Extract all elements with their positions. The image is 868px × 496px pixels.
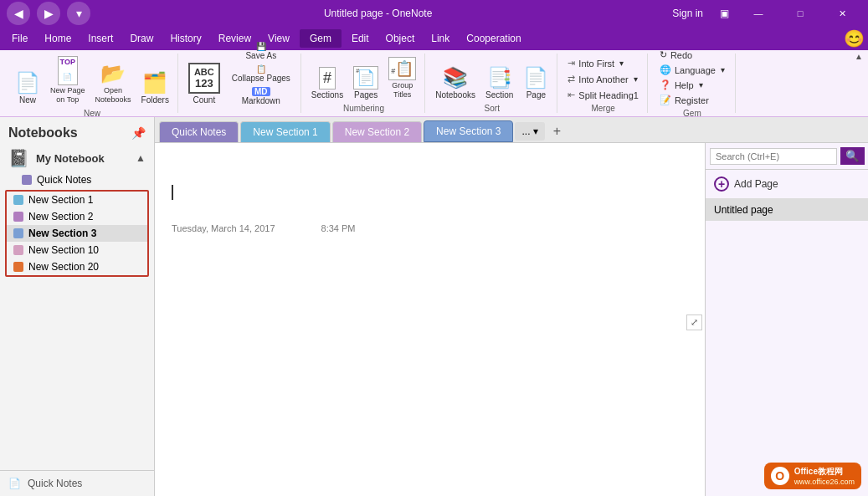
- back-button[interactable]: ◀: [7, 2, 30, 25]
- register-item[interactable]: 📝 Register: [655, 93, 730, 107]
- language-dropdown[interactable]: ▾: [721, 65, 725, 74]
- folders-icon: 🗂️: [142, 71, 167, 95]
- section-10-item[interactable]: New Section 10: [7, 242, 147, 258]
- tab-section-3[interactable]: New Section 3: [424, 120, 513, 142]
- layout-button[interactable]: ▣: [713, 4, 736, 23]
- page-sort-icon: 📄: [523, 66, 548, 89]
- group-titles-icon: #📋: [388, 57, 416, 80]
- menu-edit[interactable]: Edit: [343, 29, 378, 48]
- page-list-item[interactable]: Untitled page: [706, 199, 868, 221]
- into-first-dropdown[interactable]: ▾: [619, 59, 624, 68]
- notebook-icon: 📓: [8, 148, 29, 168]
- quick-notes-label: Quick Notes: [37, 174, 91, 186]
- add-circle-icon: +: [714, 176, 729, 192]
- menu-history[interactable]: History: [162, 29, 209, 48]
- into-another-item[interactable]: ⇄ Into Another ▾: [564, 72, 642, 86]
- menu-home[interactable]: Home: [36, 29, 80, 48]
- main-area: Notebooks 📌 📓 My Notebook ▲ Quick Notes …: [0, 117, 868, 496]
- office-name: Office教程网: [794, 466, 855, 478]
- new-button[interactable]: 📄 New: [12, 69, 44, 107]
- sidebar-header: Notebooks 📌: [0, 117, 154, 145]
- notebook-name: My Notebook: [36, 152, 105, 165]
- into-first-item[interactable]: ⇥ Into First ▾: [564, 56, 642, 70]
- tab-section-1[interactable]: New Section 1: [240, 121, 330, 142]
- markdown-button[interactable]: MD Markdown: [227, 85, 295, 107]
- maximize-button[interactable]: □: [781, 0, 819, 27]
- quick-notes-section[interactable]: Quick Notes: [0, 171, 154, 188]
- pages-button[interactable]: #📄 Pages: [350, 64, 382, 102]
- section-1-color: [13, 195, 23, 205]
- redo-item[interactable]: ↻ Redo: [655, 48, 730, 62]
- date-text: Tuesday, March 14, 2017: [172, 223, 275, 233]
- menu-insert[interactable]: Insert: [80, 29, 121, 48]
- my-notebook-item[interactable]: 📓 My Notebook ▲: [0, 145, 154, 171]
- arrow-another-icon: ⇄: [568, 74, 575, 84]
- menu-gem[interactable]: Gem: [300, 29, 342, 48]
- merge-items: ⇥ Into First ▾ ⇄ Into Another ▾ ⇤ Split …: [564, 56, 642, 102]
- signin-button[interactable]: Sign in: [665, 4, 710, 23]
- search-button[interactable]: 🔍: [840, 147, 865, 165]
- minimize-button[interactable]: —: [739, 0, 778, 27]
- section-2-label: New Section 2: [28, 211, 93, 222]
- menubar: File Home Insert Draw History Review Vie…: [0, 27, 868, 50]
- section-1-item[interactable]: New Section 1: [7, 192, 147, 208]
- search-input[interactable]: [710, 148, 837, 165]
- into-another-dropdown[interactable]: ▾: [634, 74, 638, 84]
- section-20-item[interactable]: New Section 20: [7, 258, 147, 275]
- help-icon: ❓: [660, 79, 671, 90]
- saveas-button[interactable]: 💾 Save As: [227, 40, 295, 62]
- page-content[interactable]: Tuesday, March 14, 2017 8:34 PM: [155, 143, 705, 496]
- notebooks-sort-button[interactable]: 📚 Notebooks: [432, 64, 479, 102]
- ribbon-new-items: 📄 New TOP 📄 New Pageon Top 📂 OpenNoteboo…: [12, 54, 172, 107]
- tab-add-button[interactable]: +: [547, 120, 568, 142]
- smiley-icon: 😊: [844, 28, 865, 49]
- pin-icon[interactable]: 📌: [131, 126, 146, 140]
- help-dropdown[interactable]: ▾: [699, 80, 703, 89]
- open-notebooks-button[interactable]: 📂 OpenNotebooks: [92, 59, 135, 107]
- section-20-label: New Section 20: [28, 261, 99, 273]
- page-sort-button[interactable]: 📄 Page: [520, 64, 552, 102]
- sections-button[interactable]: # Sections: [308, 64, 347, 102]
- collapse-button[interactable]: 📋 Collapse Pages: [227, 63, 295, 84]
- quick-notes-color: [22, 175, 32, 185]
- markdown-icon: MD: [252, 87, 270, 96]
- pages-icon: #📄: [353, 66, 378, 89]
- split-heading-item[interactable]: ⇤ Split Heading1: [564, 88, 642, 102]
- folders-button[interactable]: 🗂️ Folders: [138, 69, 172, 107]
- notebook-collapse-icon[interactable]: ▲: [136, 152, 146, 164]
- sidebar: Notebooks 📌 📓 My Notebook ▲ Quick Notes …: [0, 117, 155, 496]
- section-10-color: [13, 245, 23, 255]
- abc-icon: ABC123: [188, 63, 220, 94]
- menu-draw[interactable]: Draw: [121, 29, 162, 48]
- menu-cooperation[interactable]: Cooperation: [458, 29, 529, 48]
- gem-items: ↻ Redo 🌐 Language ▾ ❓ Help ▾ 📝 Register: [655, 48, 730, 107]
- count-button[interactable]: ABC123 Count: [185, 60, 223, 107]
- menu-file[interactable]: File: [3, 29, 36, 48]
- forward-button[interactable]: ▶: [37, 2, 60, 25]
- language-icon: 🌐: [660, 64, 671, 75]
- section-sort-button[interactable]: 📑 Section: [482, 64, 516, 102]
- dropdown-button[interactable]: ▾: [67, 2, 90, 25]
- menu-link[interactable]: Link: [423, 29, 458, 48]
- tab-quick-notes[interactable]: Quick Notes: [159, 121, 239, 142]
- office-text: Office教程网 www.office26.com: [794, 466, 855, 486]
- redo-icon: ↻: [660, 49, 667, 60]
- ribbon-collapse-button[interactable]: ▲: [850, 50, 868, 63]
- group-titles-button[interactable]: #📋 GroupTitles: [385, 54, 419, 102]
- ribbon-group-abc: ABC123 Count 💾 Save As 📋 Collapse Pages …: [180, 54, 301, 113]
- text-cursor: [172, 185, 173, 200]
- menu-object[interactable]: Object: [378, 29, 424, 48]
- section-2-item[interactable]: New Section 2: [7, 208, 147, 225]
- help-item[interactable]: ❓ Help ▾: [655, 78, 730, 92]
- ribbon-new-label: New: [84, 109, 100, 118]
- language-item[interactable]: 🌐 Language ▾: [655, 63, 730, 77]
- expand-button[interactable]: ⤢: [686, 314, 702, 330]
- ribbon: 📄 New TOP 📄 New Pageon Top 📂 OpenNoteboo…: [0, 50, 868, 117]
- new-page-top-button[interactable]: TOP 📄 New Pageon Top: [47, 54, 89, 107]
- section-3-item[interactable]: New Section 3: [7, 225, 147, 242]
- office-logo[interactable]: O Office教程网 www.office26.com: [764, 463, 861, 489]
- close-button[interactable]: ✕: [823, 0, 861, 27]
- tab-more[interactable]: ... ▾: [515, 122, 544, 141]
- add-page-button[interactable]: + Add Page: [706, 170, 868, 199]
- tab-section-2[interactable]: New Section 2: [332, 121, 422, 142]
